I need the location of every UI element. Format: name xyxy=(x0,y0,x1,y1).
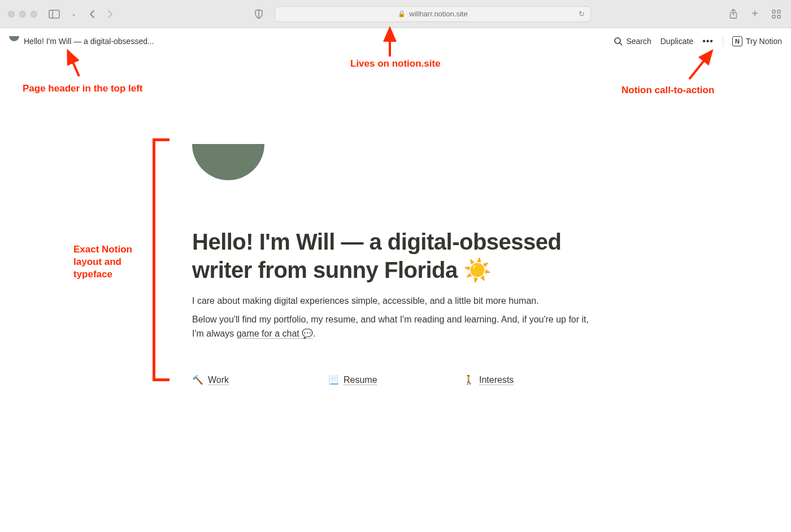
walking-icon: 🚶 xyxy=(463,374,475,385)
svg-rect-6 xyxy=(772,15,775,18)
search-label: Search xyxy=(626,37,651,46)
page-icon-emoji: 📃 xyxy=(328,374,339,385)
sidebar-toggle-icon[interactable] xyxy=(47,7,61,21)
duplicate-button[interactable]: Duplicate xyxy=(660,37,693,46)
link-work[interactable]: 🔨 Work xyxy=(192,374,328,385)
page-links-row: 🔨 Work 📃 Resume 🚶 Interests xyxy=(192,374,599,385)
paragraph-2: Below you'll find my portfolio, my resum… xyxy=(192,313,599,341)
share-icon[interactable] xyxy=(727,7,740,21)
address-bar[interactable]: 🔒 willharr.notion.site ↻ xyxy=(275,6,591,22)
paragraph-1: I care about making digital experiences … xyxy=(192,294,599,308)
annotation-bracket xyxy=(153,138,169,381)
link-interests[interactable]: 🚶 Interests xyxy=(463,374,599,385)
lock-icon: 🔒 xyxy=(398,10,406,18)
svg-rect-0 xyxy=(49,10,59,18)
para2-text-b: . xyxy=(313,329,315,338)
url-text: willharr.notion.site xyxy=(409,10,467,18)
forward-button[interactable] xyxy=(104,7,116,21)
svg-rect-5 xyxy=(777,10,780,13)
divider xyxy=(723,36,723,46)
annotation-side: Exact Notion layout and typeface xyxy=(73,243,147,281)
page-mini-icon xyxy=(9,36,19,46)
page-icon[interactable] xyxy=(192,144,264,216)
chevron-down-icon[interactable]: ⌄ xyxy=(67,7,80,21)
privacy-shield-icon[interactable] xyxy=(252,7,266,21)
link-resume[interactable]: 📃 Resume xyxy=(328,374,463,385)
page-title: Hello! I'm Will — a digital-obsessed wri… xyxy=(192,228,599,284)
more-menu-button[interactable]: ••• xyxy=(702,36,714,46)
try-notion-button[interactable]: N Try Notion xyxy=(732,36,782,46)
minimize-window-icon[interactable] xyxy=(19,11,26,18)
maximize-window-icon[interactable] xyxy=(31,11,37,18)
annotation-topleft: Page header in the top left xyxy=(23,83,143,94)
svg-line-9 xyxy=(620,43,622,45)
page-content: Hello! I'm Will — a digital-obsessed wri… xyxy=(192,54,599,385)
search-button[interactable]: Search xyxy=(614,37,651,46)
svg-rect-7 xyxy=(777,15,780,18)
breadcrumb-title: Hello! I'm Will — a digital-obsessed... xyxy=(24,37,154,46)
svg-rect-4 xyxy=(772,10,775,13)
link-work-label: Work xyxy=(208,375,229,385)
window-controls xyxy=(8,11,37,18)
link-resume-label: Resume xyxy=(344,375,377,385)
hammer-icon: 🔨 xyxy=(192,374,203,385)
search-icon xyxy=(614,37,623,46)
close-window-icon[interactable] xyxy=(8,11,15,18)
annotation-topright: Notion call-to-action xyxy=(621,85,714,96)
svg-point-8 xyxy=(615,38,620,43)
browser-toolbar: ⌄ 🔒 willharr.notion.site ↻ + xyxy=(0,0,791,28)
reload-icon[interactable]: ↻ xyxy=(579,10,585,18)
tab-overview-icon[interactable] xyxy=(770,7,783,21)
back-button[interactable] xyxy=(86,7,98,21)
duplicate-label: Duplicate xyxy=(660,37,693,46)
try-notion-label: Try Notion xyxy=(746,37,782,46)
link-interests-label: Interests xyxy=(479,375,514,385)
notion-logo-icon: N xyxy=(732,36,742,46)
new-tab-icon[interactable]: + xyxy=(748,7,762,21)
svg-line-12 xyxy=(68,51,79,76)
chat-link[interactable]: game for a chat 💬 xyxy=(237,329,314,338)
notion-topbar: Hello! I'm Will — a digital-obsessed... … xyxy=(0,28,791,54)
breadcrumb[interactable]: Hello! I'm Will — a digital-obsessed... xyxy=(9,36,154,46)
svg-line-13 xyxy=(689,51,712,79)
